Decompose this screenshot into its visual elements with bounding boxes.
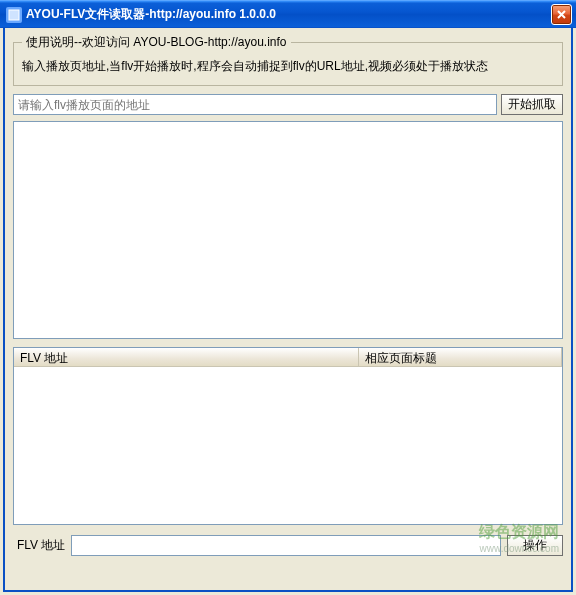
window-title: AYOU-FLV文件读取器-http://ayou.info 1.0.0.0 bbox=[26, 6, 551, 23]
svg-rect-0 bbox=[9, 10, 19, 20]
flv-url-label: FLV 地址 bbox=[13, 537, 65, 554]
help-text: 输入播放页地址,当flv开始播放时,程序会自动捕捉到flv的URL地址,视频必须… bbox=[22, 57, 554, 75]
action-button[interactable]: 操作 bbox=[507, 535, 563, 556]
bottom-row: FLV 地址 操作 bbox=[13, 535, 563, 556]
column-page-title[interactable]: 相应页面标题 bbox=[359, 348, 562, 366]
client-area: 使用说明--欢迎访问 AYOU-BLOG-http://ayou.info 输入… bbox=[3, 28, 573, 592]
titlebar: AYOU-FLV文件读取器-http://ayou.info 1.0.0.0 bbox=[0, 0, 576, 28]
results-listview[interactable]: FLV 地址 相应页面标题 bbox=[13, 347, 563, 525]
url-input-row: 开始抓取 bbox=[13, 94, 563, 115]
flv-url-output[interactable] bbox=[71, 535, 501, 556]
help-groupbox: 使用说明--欢迎访问 AYOU-BLOG-http://ayou.info 输入… bbox=[13, 34, 563, 86]
start-capture-button[interactable]: 开始抓取 bbox=[501, 94, 563, 115]
capture-output-area[interactable] bbox=[13, 121, 563, 339]
listview-header-row: FLV 地址 相应页面标题 bbox=[14, 348, 562, 367]
help-legend: 使用说明--欢迎访问 AYOU-BLOG-http://ayou.info bbox=[22, 34, 291, 51]
column-flv-url[interactable]: FLV 地址 bbox=[14, 348, 359, 366]
url-input[interactable] bbox=[13, 94, 497, 115]
close-button[interactable] bbox=[551, 4, 572, 25]
app-icon bbox=[6, 7, 22, 23]
